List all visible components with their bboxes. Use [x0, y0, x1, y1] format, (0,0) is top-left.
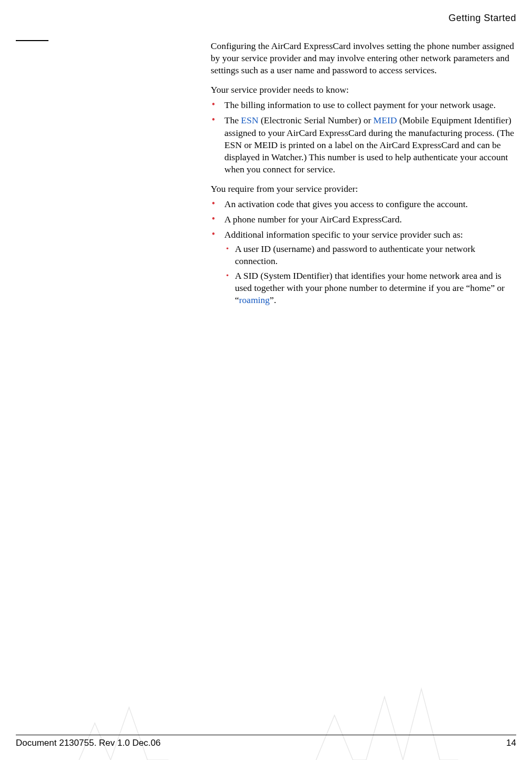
section-header: Getting Started [448, 13, 516, 24]
intro-paragraph: Configuring the AirCard ExpressCard invo… [211, 40, 517, 76]
list-item: A user ID (username) and password to aut… [224, 243, 517, 267]
provider-needs-label: Your service provider needs to know: [211, 84, 517, 96]
footer-rule [16, 735, 516, 735]
document-info: Document 2130755. Rev 1.0 Dec.06 [16, 738, 161, 748]
you-require-label: You require from your service provider: [211, 183, 517, 195]
page-content: Configuring the AirCard ExpressCard invo… [211, 40, 517, 314]
list-item: A phone number for your AirCard ExpressC… [211, 213, 517, 226]
list-text: The billing information to use to collec… [224, 100, 496, 110]
list-text: An activation code that gives you access… [224, 199, 468, 209]
you-require-sublist: A user ID (username) and password to aut… [224, 243, 517, 306]
list-text: A user ID (username) and password to aut… [235, 243, 475, 266]
esn-link[interactable]: ESN [241, 115, 259, 125]
you-require-list: An activation code that gives you access… [211, 198, 517, 306]
list-item: A SID (System IDentifier) that identifie… [224, 270, 517, 306]
page-footer: Document 2130755. Rev 1.0 Dec.06 14 [16, 735, 516, 749]
page-number: 14 [506, 738, 516, 748]
list-item: An activation code that gives you access… [211, 198, 517, 210]
roaming-link[interactable]: roaming [239, 295, 270, 305]
list-text: A phone number for your AirCard ExpressC… [224, 214, 402, 225]
list-text: Additional information specific to your … [224, 229, 463, 240]
meid-link[interactable]: MEID [373, 115, 397, 125]
list-item: The billing information to use to collec… [211, 99, 517, 111]
list-item: The ESN (Electronic Serial Number) or ME… [211, 114, 517, 175]
provider-needs-list: The billing information to use to collec… [211, 99, 517, 176]
header-rule [16, 40, 48, 41]
list-text-mid: (Electronic Serial Number) or [259, 115, 373, 125]
list-text-post: ”. [270, 295, 276, 305]
list-item: Additional information specific to your … [211, 229, 517, 306]
list-text-pre: The [224, 115, 241, 125]
